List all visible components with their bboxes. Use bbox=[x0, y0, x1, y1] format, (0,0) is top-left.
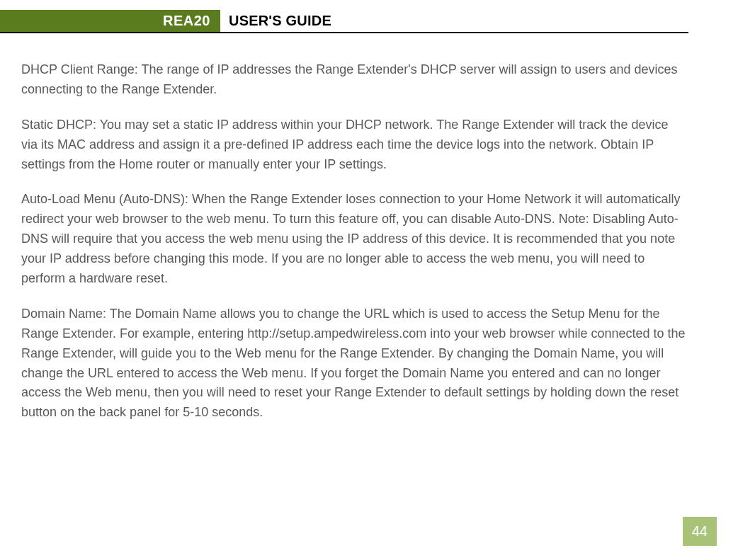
body-content: DHCP Client Range: The range of IP addre… bbox=[0, 33, 738, 423]
document-title: USER'S GUIDE bbox=[220, 10, 331, 32]
page-number: 44 bbox=[683, 517, 717, 546]
paragraph-static-dhcp: Static DHCP: You may set a static IP add… bbox=[21, 115, 687, 175]
paragraph-domain-name: Domain Name: The Domain Name allows you … bbox=[21, 304, 687, 423]
paragraph-dhcp-client-range: DHCP Client Range: The range of IP addre… bbox=[21, 60, 687, 100]
product-badge: REA20 bbox=[0, 10, 220, 32]
page-header: REA20 USER'S GUIDE bbox=[0, 10, 688, 33]
paragraph-auto-load-menu: Auto-Load Menu (Auto-DNS): When the Rang… bbox=[21, 190, 687, 288]
